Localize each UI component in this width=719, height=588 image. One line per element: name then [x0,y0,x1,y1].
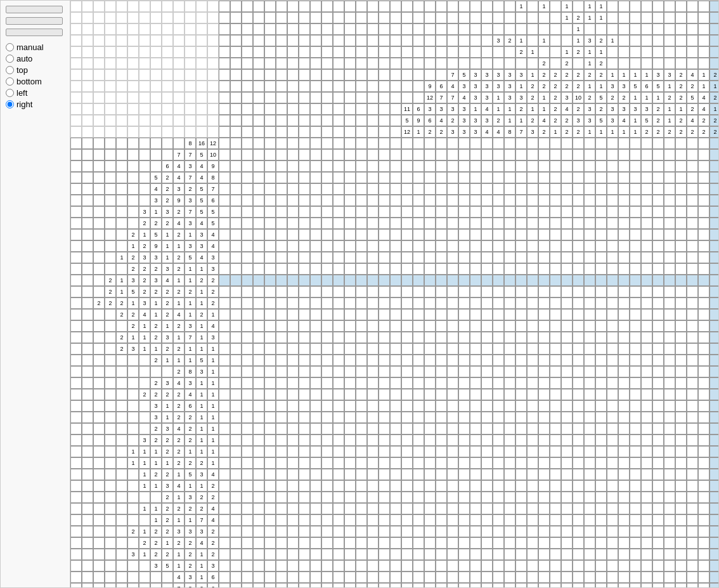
puzzle-cell[interactable] [493,263,504,275]
puzzle-cell[interactable] [264,309,276,320]
puzzle-cell[interactable] [652,572,664,583]
puzzle-cell[interactable] [493,320,504,332]
puzzle-cell[interactable] [390,480,401,492]
puzzle-cell[interactable] [664,446,675,457]
puzzle-cell[interactable] [470,297,481,309]
puzzle-cell[interactable] [493,389,504,400]
puzzle-cell[interactable] [527,526,538,537]
puzzle-cell[interactable] [618,469,630,480]
puzzle-cell[interactable] [470,343,481,355]
puzzle-cell[interactable] [527,229,538,240]
puzzle-cell[interactable] [344,572,356,583]
puzzle-cell[interactable] [321,195,333,206]
puzzle-cell[interactable] [595,400,607,412]
puzzle-cell[interactable] [379,492,390,503]
puzzle-cell[interactable] [527,149,538,160]
puzzle-cell[interactable] [550,183,561,195]
puzzle-cell[interactable] [618,366,630,377]
puzzle-cell[interactable] [401,286,413,297]
puzzle-cell[interactable] [538,263,550,275]
puzzle-cell[interactable] [515,160,527,172]
puzzle-cell[interactable] [493,583,504,587]
puzzle-cell[interactable] [310,172,321,183]
puzzle-cell[interactable] [527,503,538,514]
puzzle-cell[interactable] [299,355,310,366]
puzzle-cell[interactable] [470,583,481,587]
puzzle-cell[interactable] [561,309,573,320]
puzzle-cell[interactable] [242,526,253,537]
puzzle-cell[interactable] [550,412,561,423]
puzzle-cell[interactable] [573,526,584,537]
puzzle-cell[interactable] [561,138,573,149]
puzzle-cell[interactable] [641,332,652,343]
puzzle-cell[interactable] [573,457,584,469]
puzzle-cell[interactable] [413,537,424,549]
puzzle-cell[interactable] [242,389,253,400]
puzzle-cell[interactable] [390,560,401,572]
puzzle-cell[interactable] [287,309,299,320]
puzzle-cell[interactable] [470,492,481,503]
puzzle-cell[interactable] [310,149,321,160]
puzzle-cell[interactable] [299,240,310,252]
puzzle-cell[interactable] [618,492,630,503]
puzzle-cell[interactable] [630,218,641,229]
puzzle-cell[interactable] [573,480,584,492]
puzzle-cell[interactable] [287,537,299,549]
puzzle-cell[interactable] [299,149,310,160]
puzzle-cell[interactable] [379,240,390,252]
puzzle-cell[interactable] [401,560,413,572]
puzzle-cell[interactable] [481,366,493,377]
puzzle-cell[interactable] [447,183,458,195]
puzzle-cell[interactable] [230,526,242,537]
puzzle-cell[interactable] [299,503,310,514]
puzzle-cell[interactable] [573,492,584,503]
puzzle-cell[interactable] [413,172,424,183]
puzzle-cell[interactable] [709,389,718,400]
puzzle-cell[interactable] [584,275,595,286]
puzzle-cell[interactable] [550,469,561,480]
puzzle-cell[interactable] [264,343,276,355]
puzzle-cell[interactable] [687,240,698,252]
puzzle-cell[interactable] [230,320,242,332]
puzzle-cell[interactable] [219,503,230,514]
puzzle-cell[interactable] [367,400,379,412]
puzzle-cell[interactable] [675,549,687,560]
puzzle-cell[interactable] [321,446,333,457]
puzzle-cell[interactable] [527,138,538,149]
puzzle-cell[interactable] [664,183,675,195]
puzzle-cell[interactable] [253,457,264,469]
puzzle-cell[interactable] [310,549,321,560]
puzzle-cell[interactable] [607,537,618,549]
puzzle-cell[interactable] [470,389,481,400]
puzzle-cell[interactable] [253,160,264,172]
puzzle-cell[interactable] [515,492,527,503]
puzzle-cell[interactable] [664,560,675,572]
puzzle-cell[interactable] [379,275,390,286]
puzzle-cell[interactable] [527,355,538,366]
puzzle-cell[interactable] [527,263,538,275]
puzzle-cell[interactable] [379,526,390,537]
puzzle-cell[interactable] [436,560,447,572]
puzzle-cell[interactable] [538,138,550,149]
puzzle-cell[interactable] [424,537,436,549]
puzzle-cell[interactable] [515,583,527,587]
puzzle-cell[interactable] [401,206,413,218]
puzzle-cell[interactable] [550,206,561,218]
puzzle-cell[interactable] [641,423,652,434]
puzzle-cell[interactable] [595,138,607,149]
puzzle-cell[interactable] [630,446,641,457]
puzzle-cell[interactable] [424,583,436,587]
radio-top[interactable]: top [6,65,65,75]
puzzle-cell[interactable] [390,572,401,583]
puzzle-cell[interactable] [595,412,607,423]
puzzle-cell[interactable] [561,229,573,240]
puzzle-cell[interactable] [356,286,367,297]
puzzle-cell[interactable] [573,503,584,514]
puzzle-cell[interactable] [321,469,333,480]
puzzle-cell[interactable] [458,275,470,286]
puzzle-cell[interactable] [310,195,321,206]
puzzle-cell[interactable] [242,297,253,309]
puzzle-cell[interactable] [458,366,470,377]
puzzle-cell[interactable] [504,503,515,514]
puzzle-cell[interactable] [242,263,253,275]
